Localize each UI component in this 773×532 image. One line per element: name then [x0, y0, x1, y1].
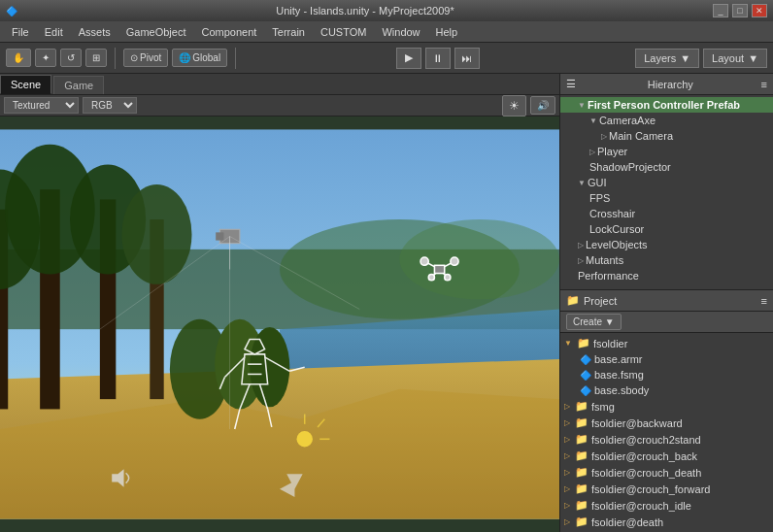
project-item-basefsmg[interactable]: 🔷 base.fsmg	[560, 367, 773, 382]
project-item-fsoldier-crouch-back[interactable]: ▷ 📁 fsoldier@crouch_back	[560, 448, 773, 464]
project-item-fsoldier-death[interactable]: ▷ 📁 fsoldier@death	[560, 514, 773, 530]
project-menu-icon[interactable]: ≡	[761, 295, 767, 307]
hierarchy-item-player[interactable]: ▷ Player	[560, 144, 773, 159]
main-content: Scene Game Textured Wireframe RGB Alpha …	[0, 74, 773, 532]
folder-icon-crouchidle: 📁	[575, 499, 588, 512]
project-item-fsoldier-crouch-idle[interactable]: ▷ 📁 fsoldier@crouch_idle	[560, 497, 773, 514]
menu-custom[interactable]: CUSTOM	[313, 24, 374, 40]
hierarchy-item-gui[interactable]: ▼ GUI	[560, 175, 773, 190]
menu-gameobject[interactable]: GameObject	[118, 24, 194, 40]
menu-edit[interactable]: Edit	[37, 24, 71, 40]
hierarchy-tree: ▼ First Person Controller Prefab ▼ Camer…	[560, 95, 773, 289]
step-button[interactable]: ⏭	[454, 48, 480, 69]
separator-2	[235, 48, 236, 69]
project-item-fsmg[interactable]: ▷ 📁 fsmg	[560, 398, 773, 415]
view-tabbar: Scene Game	[0, 74, 559, 95]
svg-point-41	[420, 257, 428, 265]
hierarchy-item-levelobjects[interactable]: ▷ LevelObjects	[560, 237, 773, 252]
create-button[interactable]: Create ▼	[566, 314, 622, 330]
expand-arrow4: ▷	[589, 148, 595, 156]
lighting-toggle[interactable]: ☀	[502, 95, 526, 116]
viewport[interactable]	[0, 116, 559, 532]
menu-help[interactable]: Help	[428, 24, 466, 40]
folder-expand-icon7: ▷	[564, 484, 570, 493]
hierarchy-item-fpcp[interactable]: ▼ First Person Controller Prefab	[560, 97, 773, 113]
titlebar-controls: _ □ ✕	[713, 4, 767, 17]
pivot-button[interactable]: ⊙ Pivot	[123, 49, 168, 67]
tool-rotate[interactable]: ↺	[60, 49, 82, 67]
folder-icon-backward: 📁	[575, 416, 588, 429]
svg-point-43	[428, 275, 434, 281]
pause-button[interactable]: ⏸	[425, 48, 451, 69]
project-icon: 📁	[566, 294, 580, 307]
audio-toggle[interactable]: 🔊	[530, 96, 555, 115]
svg-rect-35	[216, 232, 223, 240]
project-item-fsoldier[interactable]: ▼ 📁 fsoldier	[560, 335, 773, 351]
hierarchy-item-performance[interactable]: Performance	[560, 268, 773, 283]
project-tree: ▼ 📁 fsoldier 🔷 base.armr 🔷 base.fsmg 🔷 b…	[560, 333, 773, 532]
folder-icon-crouchforward: 📁	[575, 482, 588, 495]
project-item-fsoldier-crouch2stand[interactable]: ▷ 📁 fsoldier@crouch2stand	[560, 431, 773, 448]
folder-expand-icon4: ▷	[564, 435, 570, 444]
hierarchy-item-fps[interactable]: FPS	[560, 190, 773, 206]
menu-terrain[interactable]: Terrain	[264, 24, 313, 40]
svg-rect-45	[434, 265, 444, 273]
toolbar: ✋ ✦ ↺ ⊞ ⊙ Pivot 🌐 Global ▶ ⏸ ⏭ Layers ▼ …	[0, 43, 773, 74]
tab-game[interactable]: Game	[53, 76, 104, 94]
unity-logo: 🔷	[6, 6, 17, 17]
titlebar: 🔷 Unity - Islands.unity - MyProject2009*…	[0, 0, 773, 21]
tool-hand[interactable]: ✋	[6, 49, 31, 67]
hierarchy-item-mutants[interactable]: ▷ Mutants	[560, 252, 773, 268]
expand-arrow: ▼	[578, 101, 586, 110]
expand-arrow2: ▼	[589, 116, 597, 125]
layers-dropdown[interactable]: Layers ▼	[635, 49, 699, 68]
project-toolbar: Create ▼	[560, 312, 773, 333]
hierarchy-item-shadowprojector[interactable]: ShadowProjector	[560, 159, 773, 175]
folder-icon-crouchdeath: 📁	[575, 466, 588, 479]
close-button[interactable]: ✕	[752, 4, 767, 17]
project-item-basesbody[interactable]: 🔷 base.sbody	[560, 382, 773, 398]
scene-toolbar: Textured Wireframe RGB Alpha ☀ 🔊	[0, 95, 559, 116]
tool-scale[interactable]: ⊞	[85, 49, 107, 67]
tab-scene[interactable]: Scene	[0, 75, 51, 94]
hierarchy-item-lockcursor[interactable]: LockCursor	[560, 221, 773, 237]
hierarchy-item-cameraaxe[interactable]: ▼ CameraAxe	[560, 113, 773, 128]
project-item-fsoldier-crouch-death[interactable]: ▷ 📁 fsoldier@crouch_death	[560, 464, 773, 481]
titlebar-title: Unity - Islands.unity - MyProject2009*	[276, 5, 454, 17]
expand-arrow3: ▷	[601, 132, 607, 141]
project-item-fsoldier-backward[interactable]: ▷ 📁 fsoldier@backward	[560, 415, 773, 431]
pivot-icon: ⊙	[130, 52, 138, 63]
menu-assets[interactable]: Assets	[71, 24, 118, 40]
maximize-button[interactable]: □	[732, 4, 748, 17]
menu-file[interactable]: File	[4, 24, 37, 40]
hierarchy-menu-icon[interactable]: ≡	[761, 79, 767, 90]
project-item-basearmr[interactable]: 🔷 base.armr	[560, 351, 773, 367]
project-header: 📁 Project ≡	[560, 290, 773, 312]
project-item-fsoldier-crouch-forward[interactable]: ▷ 📁 fsoldier@crouch_forward	[560, 481, 773, 497]
global-button[interactable]: 🌐 Global	[172, 49, 227, 67]
menu-window[interactable]: Window	[374, 24, 427, 40]
hierarchy-item-maincamera[interactable]: ▷ Main Camera	[560, 128, 773, 144]
right-panel: ☰ Hierarchy ≡ ▼ First Person Controller …	[559, 74, 773, 532]
folder-icon-crouchback: 📁	[575, 449, 588, 462]
channel-select[interactable]: RGB Alpha	[83, 97, 137, 114]
file-icon-1: 🔷	[580, 354, 591, 365]
hierarchy-item-crosshair[interactable]: Crosshair	[560, 206, 773, 221]
hierarchy-header: ☰ Hierarchy ≡	[560, 74, 773, 95]
file-icon-2: 🔷	[580, 370, 591, 381]
left-panel: Scene Game Textured Wireframe RGB Alpha …	[0, 74, 559, 532]
folder-icon-death: 📁	[575, 515, 588, 528]
svg-point-14	[121, 184, 191, 284]
folder-icon-fsoldier: 📁	[577, 337, 590, 349]
tool-move[interactable]: ✦	[35, 49, 56, 67]
minimize-button[interactable]: _	[713, 4, 728, 17]
expand-arrow5: ▼	[578, 179, 586, 187]
project-panel: 📁 Project ≡ Create ▼ ▼ 📁 fsoldier 🔷 base…	[560, 290, 773, 532]
layout-dropdown[interactable]: Layout ▼	[703, 49, 767, 68]
menu-component[interactable]: Component	[193, 24, 264, 40]
folder-expand-icon8: ▷	[564, 501, 570, 510]
play-button[interactable]: ▶	[396, 48, 421, 69]
folder-expand-icon9: ▷	[564, 517, 570, 526]
folder-expand-icon: ▼	[564, 339, 572, 348]
shading-select[interactable]: Textured Wireframe	[4, 97, 79, 114]
